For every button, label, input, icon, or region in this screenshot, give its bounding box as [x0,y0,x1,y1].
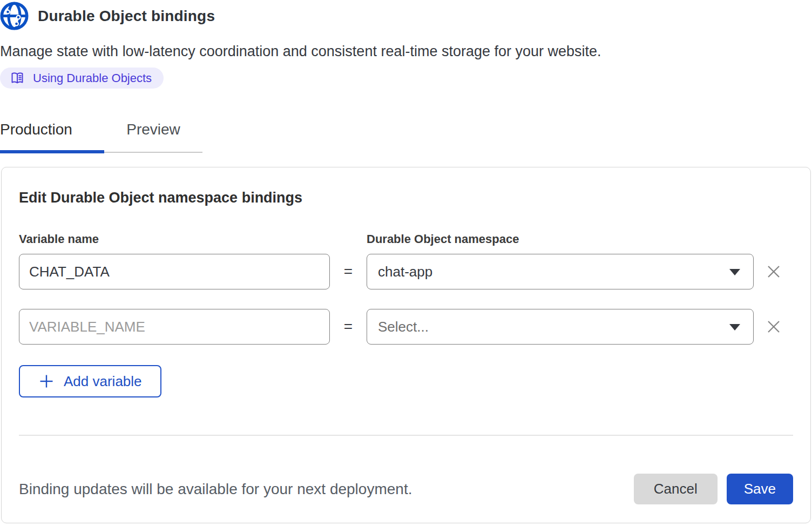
deployment-note: Binding updates will be available for yo… [19,481,412,498]
tab-production[interactable]: Production [0,121,104,153]
equals-sign: = [330,318,367,335]
page-title: Durable Object bindings [38,8,215,25]
card-footer: Binding updates will be available for yo… [19,474,793,504]
namespace-select-value: chat-app [378,264,432,280]
add-variable-button[interactable]: Add variable [19,365,161,397]
open-book-icon [10,71,25,86]
x-icon [765,318,782,335]
bindings-card: Edit Durable Object namespace bindings V… [1,167,811,523]
plus-icon [38,373,55,389]
binding-row: = chat-app [19,254,793,289]
add-variable-label: Add variable [64,373,142,390]
cancel-button[interactable]: Cancel [634,474,718,504]
caret-down-icon [729,269,740,275]
tab-preview[interactable]: Preview [104,121,202,153]
durable-objects-globe-icon [0,2,29,30]
footer-actions: Cancel Save [634,474,793,504]
namespace-select[interactable]: Select... [367,309,754,345]
docs-link-badge[interactable]: Using Durable Objects [0,68,164,89]
variable-name-input[interactable] [19,309,330,345]
remove-binding-button[interactable] [763,261,784,282]
remove-binding-button[interactable] [763,316,784,338]
namespace-select[interactable]: chat-app [367,254,754,289]
namespace-label: Durable Object namespace [367,232,754,246]
page-header: Durable Object bindings [0,0,812,30]
binding-row: = Select... [19,309,793,345]
variable-name-input[interactable] [19,254,330,289]
caret-down-icon [729,324,740,331]
docs-link-label: Using Durable Objects [33,71,152,85]
card-heading: Edit Durable Object namespace bindings [19,189,793,206]
variable-name-label: Variable name [19,232,330,246]
save-button[interactable]: Save [727,474,793,504]
environment-tabs: Production Preview [0,121,812,153]
footer-divider [19,435,793,436]
page-description: Manage state with low-latency coordinati… [0,43,812,60]
x-icon [765,263,782,280]
column-labels: Variable name Durable Object namespace [19,232,793,246]
equals-sign: = [330,263,367,280]
namespace-select-value: Select... [378,319,429,335]
